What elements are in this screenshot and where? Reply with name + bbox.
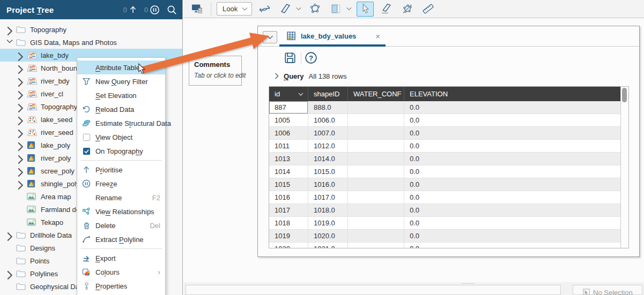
table-cell[interactable]: 0.0 [404, 217, 620, 229]
table-cell[interactable]: 1007.0 [308, 127, 348, 139]
draw-slicer-line-button[interactable] [377, 2, 395, 17]
menu-item-freeze[interactable]: Freeze [77, 177, 165, 191]
help-button[interactable]: ? [305, 51, 317, 64]
chevron-down-icon[interactable] [6, 39, 13, 46]
menu-item-colours[interactable]: Colours› [77, 265, 165, 279]
tab-close-icon[interactable]: × [375, 32, 380, 40]
chevron-right-icon[interactable] [17, 180, 24, 187]
table-cell[interactable]: 1015.0 [308, 165, 348, 178]
chevron-right-icon[interactable] [17, 155, 24, 161]
chevron-right-icon[interactable] [17, 65, 24, 71]
edit-polygon-button[interactable] [398, 2, 416, 17]
chevron-down-icon[interactable] [296, 7, 301, 11]
table-row[interactable]: 10161017.00.0 [269, 191, 620, 204]
menu-item-on-topography[interactable]: On Topography [77, 144, 165, 158]
menu-item-properties[interactable]: Properties [77, 279, 165, 293]
table-cell[interactable]: 1018 [269, 217, 308, 229]
table-cell[interactable]: 1019.0 [308, 217, 348, 229]
query-expand-icon[interactable] [275, 73, 279, 79]
chevron-right-icon[interactable] [17, 78, 24, 84]
table-cell[interactable]: 0.0 [404, 165, 620, 178]
table-row[interactable]: 10131014.00.0 [269, 153, 620, 165]
tab-list-dropdown-button[interactable] [263, 31, 277, 43]
column-header-water_conf[interactable]: WATER_CONF [348, 87, 404, 101]
table-cell[interactable]: 0.0 [404, 230, 620, 242]
table-cell[interactable] [348, 243, 404, 248]
table-cell[interactable]: 1019 [269, 230, 308, 242]
menu-item-attribute-table[interactable]: Attribute Table [77, 60, 165, 74]
table-cell[interactable]: 1014 [269, 165, 308, 178]
table-row[interactable]: 10201021.00.0 [269, 243, 620, 248]
menu-item-estimate-structural-data[interactable]: Estimate Structural Data [77, 116, 165, 130]
chevron-right-icon[interactable] [17, 103, 24, 110]
table-cell[interactable] [348, 101, 404, 114]
chevron-right-icon[interactable] [17, 90, 24, 97]
chevron-down-icon[interactable] [346, 7, 352, 11]
slicer-button[interactable] [277, 2, 294, 17]
column-sort-chevron-icon[interactable] [298, 93, 304, 96]
scrollbar-thumb[interactable] [622, 88, 627, 102]
tree-item-gis-data-maps-and-photos[interactable]: GIS Data, Maps and Photos [0, 36, 182, 49]
focused-cell[interactable]: 887 [269, 101, 308, 114]
chevron-right-icon[interactable] [17, 168, 24, 174]
table-cell[interactable] [348, 114, 404, 126]
table-row[interactable]: 10051006.00.0 [269, 114, 620, 127]
table-cell[interactable]: 1016 [269, 191, 308, 203]
measure-button[interactable] [419, 2, 436, 17]
table-cell[interactable]: 1005 [269, 114, 308, 126]
table-cell[interactable]: 1013 [269, 153, 308, 165]
table-cell[interactable]: 1012.0 [308, 140, 348, 152]
table-scrollbar[interactable] [620, 87, 628, 248]
table-cell[interactable]: 1017.0 [308, 191, 348, 203]
chevron-right-icon[interactable] [17, 142, 24, 148]
menu-item-set-elevation[interactable]: Set Elevation [77, 88, 165, 102]
table-cell[interactable]: 888.0 [308, 101, 348, 114]
menu-item-extract-polyline[interactable]: Extract Polyline [77, 232, 165, 246]
search-icon[interactable] [167, 5, 177, 15]
select-button[interactable] [357, 2, 374, 17]
table-cell[interactable]: 0.0 [404, 191, 620, 203]
table-cell[interactable] [348, 217, 404, 229]
table-row[interactable]: 10191020.00.0 [269, 230, 620, 243]
table-row[interactable]: 10111012.00.0 [269, 140, 620, 153]
chevron-right-icon[interactable] [6, 232, 13, 238]
table-cell[interactable] [348, 191, 404, 203]
table-row[interactable]: 10141015.00.0 [269, 165, 620, 178]
table-cell[interactable]: 887 [269, 101, 308, 114]
table-cell[interactable] [348, 140, 404, 152]
menu-item-view-object[interactable]: View Object [77, 130, 165, 144]
menu-item-rename[interactable]: RenameF2 [77, 191, 165, 205]
query-row[interactable]: Query All 138 rows [275, 71, 346, 81]
table-cell[interactable]: 1020 [269, 243, 308, 248]
table-cell[interactable]: 0.0 [404, 204, 620, 216]
table-cell[interactable]: 1020.0 [308, 230, 348, 242]
column-header-shapeid[interactable]: shapeID [308, 87, 348, 101]
chevron-right-icon[interactable] [6, 270, 13, 277]
draw-polygon-button[interactable] [306, 2, 323, 17]
table-cell[interactable]: 1021.0 [308, 243, 348, 248]
menu-item-prioritise[interactable]: Prioritise [77, 163, 165, 177]
save-button[interactable] [284, 51, 297, 64]
table-cell[interactable]: 1017 [269, 204, 308, 216]
menu-item-delete[interactable]: DeleteDel [77, 218, 165, 232]
table-cell[interactable]: 1006.0 [308, 114, 348, 126]
column-header-id[interactable]: id [269, 87, 308, 101]
menu-item-view-relationships[interactable]: View Relationships [77, 205, 165, 218]
table-row[interactable]: 887888.00.0 [269, 101, 620, 114]
table-row[interactable]: 10151016.00.0 [269, 178, 620, 191]
table-cell[interactable]: 0.0 [404, 127, 620, 139]
table-cell[interactable]: 0.0 [404, 114, 620, 126]
table-row[interactable]: 10181019.00.0 [269, 217, 620, 230]
rotate-view-button[interactable] [256, 2, 273, 17]
table-cell[interactable] [348, 178, 404, 191]
tab-lake-bdy-values[interactable]: lake_bdy_values × [279, 28, 386, 47]
table-cell[interactable]: 1016.0 [308, 178, 348, 191]
table-cell[interactable]: 0.0 [404, 140, 620, 152]
table-cell[interactable] [348, 204, 404, 216]
chevron-right-icon[interactable] [17, 129, 24, 135]
chevron-right-icon[interactable] [17, 52, 24, 58]
table-cell[interactable]: 0.0 [404, 153, 620, 165]
table-cell[interactable]: 0.0 [404, 178, 620, 191]
clear-scene-button[interactable] [188, 2, 205, 17]
table-cell[interactable]: 1006 [269, 127, 308, 139]
